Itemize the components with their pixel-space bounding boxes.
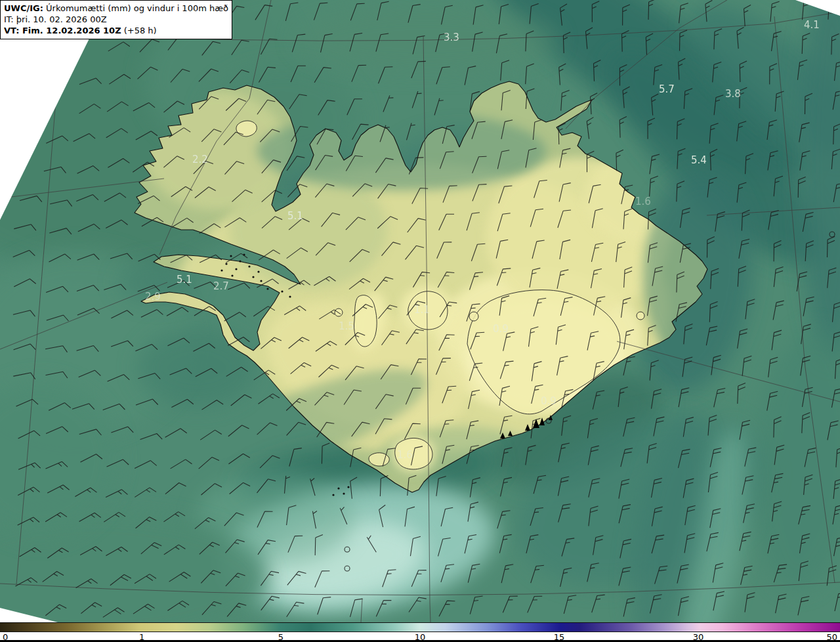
contour-label: 4.1: [804, 19, 820, 31]
product-title: UWC/IG: Úrkomumætti (mm) og vindur i 100…: [4, 3, 227, 14]
lead-time: (+58 h): [121, 26, 157, 35]
map-title-box: UWC/IG: Úrkomumætti (mm) og vindur i 100…: [0, 0, 232, 39]
contour-label: 3.8: [725, 88, 741, 100]
contour-label: 5.7: [659, 83, 675, 95]
product-description: Úrkomumætti (mm) og vindur i 100m hæð: [43, 3, 228, 13]
weather-map-page: 3.34.15.73.85.42.25.15.12.72.91.51.10.90…: [0, 0, 840, 642]
colorbar-tick: 10: [415, 632, 426, 642]
colorbar-tick: 0: [3, 632, 8, 642]
contour-label: 1.5: [339, 320, 354, 332]
contour-label: 5.1: [177, 274, 192, 286]
contour-label: 2.7: [213, 280, 229, 292]
contour-label: 1.6: [397, 449, 413, 461]
contour-label: 2.2: [192, 154, 208, 165]
colorbar-tick: 50: [826, 632, 837, 642]
contour-label: 2.9: [145, 291, 161, 303]
contour-label: 0.9: [541, 395, 556, 407]
colorbar-gradient: [0, 622, 840, 632]
contour-label: 1.1: [414, 304, 430, 316]
contour-label: 5.1: [287, 210, 303, 222]
product-code: UWC/IG:: [4, 3, 43, 13]
colorbar-tick: 15: [554, 632, 565, 642]
precipitation-colorbar: 0 1 5 10 15 30 50: [0, 622, 840, 642]
init-time: IT: þri. 10. 02. 2026 00Z: [4, 14, 227, 25]
contour-label: 3.3: [444, 32, 459, 43]
precipitation-wind-map: 3.34.15.73.85.42.25.15.12.72.91.51.10.90…: [0, 0, 840, 622]
colorbar-tick: 5: [278, 632, 284, 642]
contour-label: 1.6: [635, 196, 651, 207]
valid-time: VT: Fim. 12.02.2026 10Z (+58 h): [4, 25, 227, 36]
colorbar-tick: 30: [693, 632, 704, 642]
contour-label: 0.9: [493, 323, 509, 335]
contour-label: 5.4: [691, 154, 707, 166]
colorbar-tick: 1: [139, 632, 144, 642]
